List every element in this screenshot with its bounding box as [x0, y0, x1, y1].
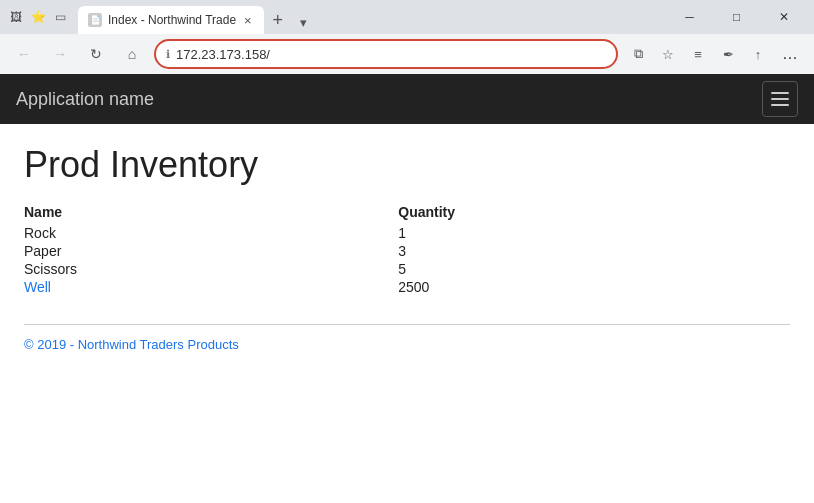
cell-quantity: 3	[398, 242, 790, 260]
page-content: Prod Inventory Name Quantity Rock1Paper3…	[0, 124, 814, 503]
title-bar-icons: 🖼 ⭐ ▭	[8, 9, 68, 25]
footer-text: © 2019 - Northwind Traders Products	[24, 337, 790, 352]
app-navbar: Application name	[0, 74, 814, 124]
maximize-button[interactable]: □	[714, 0, 759, 34]
favorites-icon[interactable]: ⭐	[30, 9, 46, 25]
minimize-button[interactable]: ─	[667, 0, 712, 34]
window-controls: ─ □ ✕	[667, 0, 806, 34]
hamburger-button[interactable]	[762, 81, 798, 117]
hamburger-line-2	[771, 98, 789, 100]
table-row: Paper3	[24, 242, 790, 260]
cell-name: Well	[24, 278, 398, 296]
table-row: Scissors5	[24, 260, 790, 278]
page-title: Prod Inventory	[24, 144, 790, 186]
bookmark-star-icon[interactable]: ☆	[656, 42, 680, 66]
cell-quantity: 5	[398, 260, 790, 278]
title-bar: 🖼 ⭐ ▭ 📄 Index - Northwind Trade × + ▾ ─ …	[0, 0, 814, 34]
screenshot-icon[interactable]: 🖼	[8, 9, 24, 25]
tab-menu-button[interactable]: ▾	[292, 10, 316, 34]
cell-quantity: 1	[398, 224, 790, 242]
cell-name: Scissors	[24, 260, 398, 278]
pen-icon[interactable]: ✒	[716, 42, 740, 66]
tab-icon[interactable]: ▭	[52, 9, 68, 25]
tab-favicon: 📄	[88, 13, 102, 27]
tab-close-button[interactable]: ×	[242, 11, 254, 30]
home-button[interactable]: ⌂	[118, 40, 146, 68]
column-header-quantity: Quantity	[398, 202, 790, 224]
forward-button[interactable]: →	[46, 40, 74, 68]
reload-button[interactable]: ↻	[82, 40, 110, 68]
cell-name: Paper	[24, 242, 398, 260]
inventory-table: Name Quantity Rock1Paper3Scissors5Well25…	[24, 202, 790, 296]
table-row: Rock1	[24, 224, 790, 242]
address-input-wrapper[interactable]: ℹ 172.23.173.158/	[154, 39, 618, 69]
cell-name: Rock	[24, 224, 398, 242]
split-view-icon[interactable]: ⧉	[626, 42, 650, 66]
security-icon: ℹ	[166, 48, 170, 61]
address-url[interactable]: 172.23.173.158/	[176, 47, 606, 62]
address-toolbar: ⧉ ☆ ≡ ✒ ↑ …	[626, 40, 804, 68]
app-name: Application name	[16, 89, 154, 110]
address-bar: ← → ↻ ⌂ ℹ 172.23.173.158/ ⧉ ☆ ≡ ✒ ↑ …	[0, 34, 814, 74]
browser-menu-button[interactable]: …	[776, 40, 804, 68]
tab-strip: 📄 Index - Northwind Trade × + ▾	[78, 0, 663, 34]
active-tab[interactable]: 📄 Index - Northwind Trade ×	[78, 6, 264, 34]
cell-quantity: 2500	[398, 278, 790, 296]
hamburger-line-3	[771, 104, 789, 106]
hamburger-line-1	[771, 92, 789, 94]
content-divider	[24, 324, 790, 325]
reader-icon[interactable]: ≡	[686, 42, 710, 66]
browser-frame: 🖼 ⭐ ▭ 📄 Index - Northwind Trade × + ▾ ─ …	[0, 0, 814, 503]
table-row: Well2500	[24, 278, 790, 296]
close-button[interactable]: ✕	[761, 0, 806, 34]
share-icon[interactable]: ↑	[746, 42, 770, 66]
new-tab-button[interactable]: +	[264, 6, 292, 34]
column-header-name: Name	[24, 202, 398, 224]
back-button[interactable]: ←	[10, 40, 38, 68]
tab-title: Index - Northwind Trade	[108, 13, 236, 27]
